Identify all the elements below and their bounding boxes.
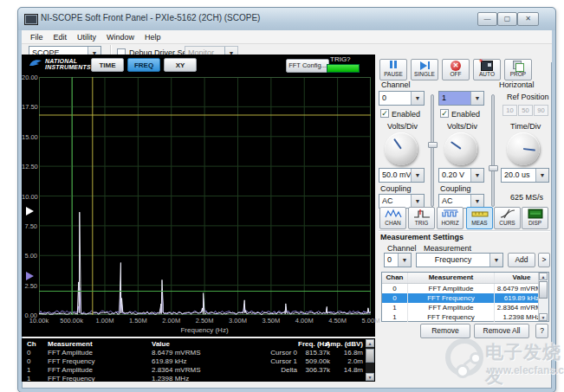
knob-needle: [451, 141, 462, 150]
table-row[interactable]: 1FFT Amplitude2.8364 mVRMS: [382, 303, 548, 312]
auto-icon: [474, 60, 500, 71]
scroll-up-icon[interactable]: ▲: [366, 339, 374, 347]
panel-tab-chan[interactable]: CHAN: [379, 207, 406, 229]
panel-tab-disp[interactable]: DISP: [522, 207, 548, 229]
cell: FFT Amplitude: [408, 303, 495, 312]
channel-1-voltsdiv-knob[interactable]: [444, 132, 477, 165]
channel-1-position-slider[interactable]: [489, 94, 496, 207]
scroll-thumb[interactable]: [539, 281, 548, 299]
chevron-down-icon[interactable]: ▼: [411, 195, 424, 208]
auto-button[interactable]: AUTO: [473, 59, 501, 80]
expand-button[interactable]: >: [538, 253, 550, 267]
prop-button[interactable]: PROP: [504, 59, 532, 80]
channel-0-position-slider[interactable]: [428, 94, 436, 207]
help-button[interactable]: ?: [535, 324, 548, 338]
titlebar[interactable]: NI-SCOPE Soft Front Panel - PXIe-5162 (2…: [18, 8, 555, 30]
ref-position-50[interactable]: 50: [518, 105, 533, 116]
measurement-table[interactable]: ChanMeasurementValue0FFT Amplitude8.6479…: [381, 272, 549, 322]
column-header-chan[interactable]: Chan: [382, 273, 408, 283]
table-row[interactable]: 1FFT Frequency1.2398 MHz: [382, 312, 548, 322]
timediv-knob[interactable]: [507, 132, 540, 165]
add-measurement-button[interactable]: Add: [508, 253, 535, 267]
fft-chart[interactable]: [39, 77, 371, 315]
channel-0-voltsdiv-knob[interactable]: [385, 132, 418, 165]
chevron-down-icon[interactable]: ▼: [535, 169, 548, 182]
menu-item-edit[interactable]: Edit: [49, 32, 73, 42]
panel-tab-curs[interactable]: CURS: [494, 207, 521, 229]
pause-button[interactable]: PAUSE: [379, 59, 407, 80]
scroll-down-icon[interactable]: ▼: [539, 313, 548, 321]
separator: [379, 230, 550, 232]
x-tick-label: 1.00M: [96, 317, 114, 325]
channel-0-enabled-label: Enabled: [392, 110, 420, 119]
slider-handle[interactable]: [428, 142, 438, 148]
scope-tab-freq[interactable]: FREQ: [127, 58, 160, 72]
column-header-measurement[interactable]: Measurement: [408, 273, 495, 283]
ref-position-90[interactable]: 90: [534, 105, 548, 116]
ms-channel-combo[interactable]: 0 ▼: [384, 253, 412, 267]
cursor-freq-value: 306.37k: [306, 366, 330, 374]
ref-position-10[interactable]: 10: [502, 105, 517, 116]
slider-handle[interactable]: [489, 165, 498, 171]
panel-tab-horiz[interactable]: HORIZ: [437, 207, 464, 229]
menu-item-help[interactable]: Help: [139, 32, 166, 42]
timediv-combo[interactable]: 20.0 us ▼: [501, 168, 549, 183]
x-tick-label: 5.00M: [362, 317, 380, 325]
remove-all-button[interactable]: Remove All: [474, 324, 529, 338]
y-tick-label: 20.00: [22, 74, 37, 81]
channel-0-coupling-label: Coupling: [380, 184, 412, 193]
timediv-label: Time/Div: [510, 122, 541, 131]
horizontal-icon: [438, 208, 463, 220]
chevron-down-icon[interactable]: ▼: [470, 169, 483, 182]
results-scrollbar[interactable]: ▲▼: [366, 339, 374, 381]
scroll-down-icon[interactable]: ▼: [366, 373, 374, 381]
measurement-settings-title: Measurement Settings: [380, 233, 464, 241]
channel-0-enabled-checkbox[interactable]: ✓: [380, 109, 389, 118]
control-panel: Channel Horizontal 0 ▼ ✓ Enabled Volts/D…: [379, 55, 552, 382]
ms-measurement-combo[interactable]: Frequency ▼: [416, 253, 503, 267]
channel-0-marker[interactable]: [26, 207, 34, 215]
chevron-down-icon[interactable]: ▼: [411, 169, 424, 182]
cell: 619.89 kHz: [152, 357, 186, 365]
single-button[interactable]: SINGLE: [411, 59, 438, 80]
menu-item-window[interactable]: Window: [101, 32, 139, 42]
display-icon: [522, 208, 548, 220]
scroll-thumb[interactable]: [366, 349, 374, 363]
panel-tab-meas[interactable]: MEAS: [466, 207, 493, 229]
chevron-down-icon[interactable]: ▼: [470, 195, 483, 208]
ms-measurement-label: Measurement: [424, 244, 471, 253]
cell: 0: [382, 293, 408, 303]
cell: FFT Amplitude: [408, 284, 495, 293]
fft-plot-area[interactable]: [39, 77, 371, 315]
scroll-up-icon[interactable]: ▲: [539, 273, 548, 280]
channel-1-marker[interactable]: [26, 272, 34, 280]
single-icon: [412, 60, 438, 71]
channel-1-enabled-checkbox[interactable]: ✓: [440, 109, 449, 118]
channel-0-voltsdiv-combo[interactable]: 50.0 mV ▼: [379, 168, 425, 183]
close-button[interactable]: ✕: [517, 12, 539, 26]
trigger-status-label: TRIG?: [330, 55, 351, 63]
off-button[interactable]: ✕OFF: [442, 59, 470, 80]
scope-tab-xy[interactable]: XY: [164, 58, 197, 72]
ms-channel-label: Channel: [387, 244, 417, 253]
table-scrollbar[interactable]: ▲▼: [538, 273, 548, 321]
scope-tab-time[interactable]: TIME: [91, 58, 124, 72]
menu-item-utility[interactable]: Utility: [72, 32, 101, 42]
panel-tab-trig[interactable]: TRIG: [408, 207, 435, 229]
table-row[interactable]: 0FFT Amplitude8.6479 mVRMS: [382, 284, 548, 293]
table-row[interactable]: 0FFT Frequency619.89 kHz: [382, 293, 548, 303]
channel-1-select[interactable]: 1 ▼: [438, 91, 484, 106]
chevron-down-icon[interactable]: ▼: [398, 254, 411, 267]
remove-button[interactable]: Remove: [420, 324, 470, 338]
menu-item-file[interactable]: File: [25, 32, 49, 42]
minimize-button[interactable]: —: [477, 12, 497, 26]
window-title: NI-SCOPE Soft Front Panel - PXIe-5162 (2…: [41, 13, 260, 22]
cursor-icon: [495, 208, 520, 220]
maximize-button[interactable]: ▢: [497, 12, 517, 26]
channel-1-voltsdiv-combo[interactable]: 0.20 V ▼: [438, 168, 484, 183]
fft-config-button[interactable]: FFT Config...: [286, 59, 329, 73]
chevron-down-icon[interactable]: ▼: [489, 254, 502, 267]
chevron-down-icon[interactable]: ▼: [411, 92, 424, 105]
chevron-down-icon[interactable]: ▼: [470, 92, 483, 105]
channel-0-select[interactable]: 0 ▼: [379, 91, 425, 106]
